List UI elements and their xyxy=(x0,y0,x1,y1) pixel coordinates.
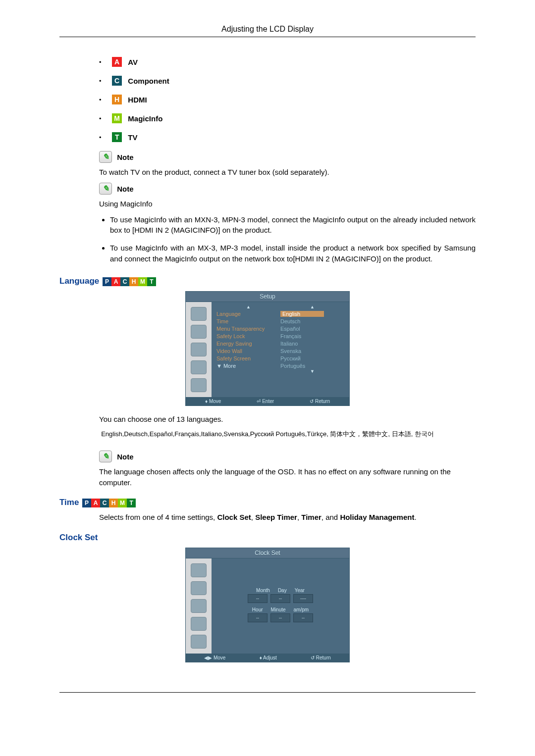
section-title: Clock Set xyxy=(59,533,98,542)
osd-side-icon xyxy=(191,360,207,374)
clock-box: -- xyxy=(270,613,290,622)
magicinfo-icon: M xyxy=(112,113,122,123)
osd-item: Language xyxy=(216,311,280,317)
osd-sidebar xyxy=(186,558,212,654)
component-icon: C xyxy=(112,76,122,86)
label-ampm: am/pm xyxy=(294,607,309,612)
note-label: Note xyxy=(117,184,133,193)
osd-item: Menu Transparency xyxy=(216,326,280,332)
osd-value: Svenska xyxy=(280,348,344,354)
clock-box: -- xyxy=(270,594,290,603)
section-time: Time PACHMT xyxy=(59,498,476,508)
note-icon: ✎ xyxy=(99,183,112,195)
clock-row-labels: Month Day Year xyxy=(256,588,305,593)
source-label: Component xyxy=(128,77,169,85)
osd-value: Português xyxy=(280,363,344,369)
note-label: Note xyxy=(117,153,133,161)
label-day: Day xyxy=(278,588,287,593)
osd-value: Italiano xyxy=(280,341,344,347)
source-label: AV xyxy=(128,58,138,66)
osd-item: Video Wall xyxy=(216,348,280,354)
osd-title: Setup xyxy=(186,292,349,302)
osd-value: Français xyxy=(280,333,344,339)
note-row: ✎ Note xyxy=(99,151,476,163)
clock-box: -- xyxy=(248,613,268,622)
p-icon: P xyxy=(103,277,111,286)
label-year: Year xyxy=(295,588,305,593)
note-label: Note xyxy=(117,452,133,460)
section-title: Language xyxy=(59,276,99,286)
osd-value-selected: English xyxy=(280,311,324,317)
bullet-icon: • xyxy=(99,96,104,103)
clock-box: -- xyxy=(248,594,268,603)
note-icon: ✎ xyxy=(99,151,112,163)
label-minute: Minute xyxy=(271,607,286,612)
list-item: • C Component xyxy=(99,76,476,86)
list-item: • H HDMI xyxy=(99,95,476,104)
magicinfo-icon: M xyxy=(118,499,127,507)
bullet-icon: • xyxy=(99,58,104,66)
osd-menu-items: ▲ Language Time Menu Transparency Safety… xyxy=(216,306,280,395)
note-row: ✎ Note xyxy=(99,451,476,462)
osd-item: Safety Screen xyxy=(216,355,280,361)
osd-side-icon xyxy=(191,617,207,631)
osd-hint-return: ↺ Return xyxy=(311,655,331,660)
using-magicinfo-text: Using MagicInfo xyxy=(99,199,476,209)
osd-side-icon xyxy=(191,378,207,392)
magicinfo-icon: M xyxy=(138,277,147,286)
source-label: MagicInfo xyxy=(128,114,162,123)
osd-item: Time xyxy=(216,318,280,324)
osd-value: Deutsch xyxy=(280,318,344,324)
tv-icon: T xyxy=(147,277,156,286)
list-item: • T TV xyxy=(99,132,476,142)
source-label: HDMI xyxy=(128,96,147,104)
source-label: TV xyxy=(128,133,137,142)
osd-clockset-screenshot: Clock Set Month Day Year -- -- ---- xyxy=(185,548,350,662)
osd-side-icon xyxy=(191,635,207,649)
osd-side-icon xyxy=(191,343,207,356)
osd-side-icon xyxy=(191,307,207,321)
osd-value: Русский xyxy=(280,355,344,361)
list-item: To use MagicInfo with an MX-3, MP-3 mode… xyxy=(110,243,476,264)
osd-side-icon xyxy=(191,599,207,613)
osd-sidebar xyxy=(186,302,212,397)
magicinfo-bullets: To use MagicInfo with an MXN-3, MPN-3 mo… xyxy=(99,214,476,264)
osd-item: Safety Lock xyxy=(216,333,280,339)
hdmi-icon: H xyxy=(129,277,138,286)
section-language: Language PACHMT xyxy=(59,276,476,287)
arrow-up-icon: ▲ xyxy=(280,304,344,309)
list-item: To use MagicInfo with an MXN-3, MPN-3 mo… xyxy=(110,214,476,236)
badge-strip: PACHMT xyxy=(82,498,136,507)
clock-row-boxes: -- -- -- xyxy=(248,613,313,622)
osd-hint-adjust: ♦ Adjust xyxy=(260,655,277,660)
language-list-text: English,Deutsch,Español,Français,Italian… xyxy=(59,430,476,439)
osd-hint-move: ◀▶ Move xyxy=(204,655,225,660)
section-title: Time xyxy=(59,498,79,507)
osd-item-more: ▼ More xyxy=(216,363,280,369)
source-list: • A AV • C Component • H HDMI • M MagicI… xyxy=(99,57,476,142)
time-intro-text: Selects from one of 4 time settings, Clo… xyxy=(99,512,476,523)
osd-title: Clock Set xyxy=(186,548,349,558)
osd-hint-return: ↺ Return xyxy=(310,399,330,404)
note-row: ✎ Note xyxy=(99,183,476,195)
bullet-icon: • xyxy=(99,134,104,141)
clock-box: ---- xyxy=(293,594,313,603)
clock-row-labels: Hour Minute am/pm xyxy=(252,607,309,612)
hdmi-icon: H xyxy=(109,499,118,507)
av-icon: A xyxy=(112,57,122,67)
osd-item: Energy Saving xyxy=(216,341,280,347)
av-icon: A xyxy=(91,499,100,507)
osd-hint-move: ♦ Move xyxy=(205,399,221,404)
osd-side-icon xyxy=(191,581,207,595)
clock-box: -- xyxy=(293,613,313,622)
note-tv-text: To watch TV on the product, connect a TV… xyxy=(99,167,476,178)
osd-footer: ◀▶ Move ♦ Adjust ↺ Return xyxy=(186,654,349,662)
list-item: • A AV xyxy=(99,57,476,67)
osd-value: Español xyxy=(280,326,344,332)
tv-icon: T xyxy=(127,499,136,507)
hdmi-icon: H xyxy=(112,95,122,104)
section-clock-set: Clock Set xyxy=(59,533,476,543)
component-icon: C xyxy=(100,499,109,507)
list-item: • M MagicInfo xyxy=(99,113,476,123)
tv-icon: T xyxy=(112,132,122,142)
